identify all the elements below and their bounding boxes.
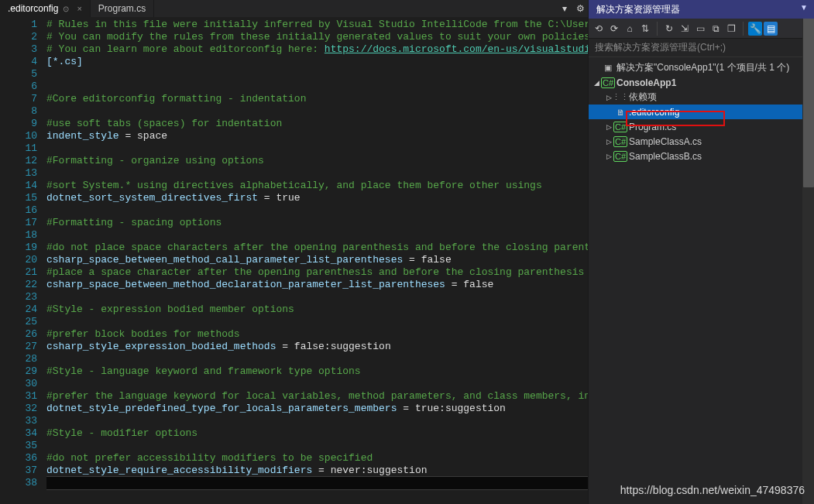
expand-arrow-icon[interactable]	[604, 123, 613, 131]
code-line[interactable]	[46, 167, 588, 180]
code-line[interactable]: csharp_space_between_method_call_paramet…	[46, 254, 588, 266]
line-number: 12	[0, 155, 37, 167]
code-body[interactable]: # Rules in this file were initially infe…	[46, 17, 588, 504]
wrench-icon[interactable]: 🔧	[748, 22, 762, 36]
code-line[interactable]: csharp_style_expression_bodied_methods =…	[46, 341, 588, 353]
tree-node[interactable]: C#Program.cs	[589, 119, 814, 134]
tree-node[interactable]: 🗎.editorconfig	[589, 105, 814, 119]
tree-node[interactable]: ▣解决方案"ConsoleApp1"(1 个项目/共 1 个)	[589, 60, 814, 75]
code-line[interactable]: #sort System.* using directives alphabet…	[46, 180, 588, 192]
code-line[interactable]	[46, 291, 588, 303]
line-number: 15	[0, 192, 37, 204]
code-line[interactable]: csharp_space_between_method_declaration_…	[46, 279, 588, 291]
solution-explorer-toolbar: ⟲⟳⌂⇅↻⇲▭⧉❐🔧▤	[589, 19, 814, 39]
tree-node[interactable]: ⋮⋮依赖项	[589, 90, 814, 105]
close-icon[interactable]: ×	[77, 4, 81, 13]
solution-tree: ▣解决方案"ConsoleApp1"(1 个项目/共 1 个)C#Console…	[589, 57, 814, 504]
code-line[interactable]: #use soft tabs (spaces) for indentation	[46, 118, 588, 130]
code-line[interactable]: #do not place space characters after the…	[46, 242, 588, 254]
tab-overflow-button[interactable]: ▾	[557, 0, 572, 17]
code-line[interactable]	[46, 353, 588, 365]
solution-explorer-title[interactable]: 解决方案资源管理器 ▼	[589, 0, 814, 19]
code-line[interactable]	[46, 204, 588, 217]
code-line[interactable]: #Core editorconfig formatting - indentat…	[46, 93, 588, 105]
proj-icon: C#	[601, 77, 615, 88]
tab-editorconfig[interactable]: .editorconfig ⊙ ×	[0, 0, 91, 17]
code-line[interactable]: #Style - expression bodied member option…	[46, 303, 588, 316]
code-line[interactable]	[46, 415, 588, 427]
code-line[interactable]: #Style - modifier options	[46, 427, 588, 440]
line-number: 30	[0, 378, 37, 390]
code-line[interactable]: indent_style = space	[46, 130, 588, 142]
line-number: 32	[0, 403, 37, 415]
scroll-thumb[interactable]	[803, 17, 814, 187]
line-number: 24	[0, 303, 37, 316]
code-line[interactable]: #prefer the language keyword for local v…	[46, 390, 588, 403]
dep-icon: ⋮⋮	[613, 92, 627, 102]
tab-program-cs[interactable]: Program.cs	[91, 0, 154, 17]
line-number: 25	[0, 316, 37, 328]
code-line[interactable]: #Formatting - spacing options	[46, 217, 588, 229]
cs-icon: C#	[613, 151, 627, 162]
editor-tabs: .editorconfig ⊙ × Program.cs ▾ ⚙	[0, 0, 588, 17]
home-icon[interactable]: ⌂	[623, 22, 637, 36]
code-line[interactable]: # Rules in this file were initially infe…	[46, 19, 588, 31]
code-line[interactable]: #Formatting - organize using options	[46, 155, 588, 167]
url-link[interactable]: https://docs.microsoft.com/en-us/visuals…	[325, 43, 588, 55]
copy-icon[interactable]: ⧉	[709, 22, 723, 36]
tree-node[interactable]: C#SampleClassB.cs	[589, 149, 814, 163]
code-line[interactable]: # You can modify the rules from these in…	[46, 31, 588, 43]
stack-icon[interactable]: ❐	[724, 22, 738, 36]
code-line[interactable]	[46, 229, 588, 242]
code-line[interactable]	[46, 105, 588, 118]
code-line[interactable]	[46, 477, 588, 489]
expand-arrow-icon[interactable]	[592, 79, 601, 87]
code-line[interactable]: #place a space character after the openi…	[46, 266, 588, 279]
code-line[interactable]: dotnet_style_predefined_type_for_locals_…	[46, 403, 588, 415]
code-line[interactable]: dotnet_sort_system_directives_first = tr…	[46, 192, 588, 204]
expand-arrow-icon[interactable]	[604, 153, 613, 160]
solution-explorer-panel: 解决方案资源管理器 ▼ ⟲⟳⌂⇅↻⇲▭⧉❐🔧▤ 搜索解决方案资源管理器(Ctrl…	[588, 0, 814, 504]
code-line[interactable]	[46, 378, 588, 390]
collapse-icon[interactable]: ⇲	[678, 22, 692, 36]
vertical-scrollbar[interactable]	[802, 17, 814, 504]
sync-icon[interactable]: ⇅	[638, 22, 652, 36]
refresh-icon[interactable]: ↻	[662, 22, 676, 36]
code-line[interactable]: #Style - language keyword and framework …	[46, 365, 588, 378]
code-line[interactable]	[46, 142, 588, 155]
line-number: 11	[0, 142, 37, 155]
line-number: 1	[0, 19, 37, 31]
expand-arrow-icon[interactable]	[604, 138, 613, 146]
code-line[interactable]: #prefer block bodies for methods	[46, 328, 588, 341]
code-line[interactable]: #do not prefer accessibility modifiers t…	[46, 452, 588, 465]
tree-node-label: ConsoleApp1	[615, 77, 809, 88]
code-line[interactable]	[46, 440, 588, 452]
prop-icon[interactable]: ▤	[764, 22, 778, 36]
show-all-icon[interactable]: ▭	[693, 22, 707, 36]
line-number: 16	[0, 204, 37, 217]
solution-search-input[interactable]: 搜索解决方案资源管理器(Ctrl+;)	[589, 39, 814, 57]
tree-node[interactable]: C#ConsoleApp1	[589, 75, 814, 90]
code-editor[interactable]: 1234567891011121314151617181920212223242…	[0, 17, 588, 504]
line-number: 5	[0, 68, 37, 81]
code-line[interactable]	[46, 68, 588, 81]
code-line[interactable]	[46, 316, 588, 328]
line-number: 10	[0, 130, 37, 142]
tree-node[interactable]: C#SampleClassA.cs	[589, 134, 814, 149]
line-number-gutter: 1234567891011121314151617181920212223242…	[0, 17, 46, 504]
panel-dropdown-icon[interactable]: ▼	[800, 3, 808, 12]
back-icon[interactable]: ⟲	[592, 22, 606, 36]
settings-gear-icon[interactable]: ⚙	[572, 0, 588, 17]
pin-icon: ⊙	[63, 5, 69, 13]
line-number: 35	[0, 440, 37, 452]
cs-icon: C#	[613, 136, 627, 147]
code-line[interactable]: dotnet_style_require_accessibility_modif…	[46, 465, 588, 477]
code-line[interactable]: [*.cs]	[46, 56, 588, 68]
line-number: 38	[0, 477, 37, 489]
panel-title-label: 解决方案资源管理器	[596, 3, 680, 16]
code-line[interactable]: # You can learn more about editorconfig …	[46, 43, 588, 56]
line-number: 21	[0, 266, 37, 279]
line-number: 8	[0, 105, 37, 118]
forward-icon[interactable]: ⟳	[607, 22, 621, 36]
code-line[interactable]	[46, 81, 588, 93]
